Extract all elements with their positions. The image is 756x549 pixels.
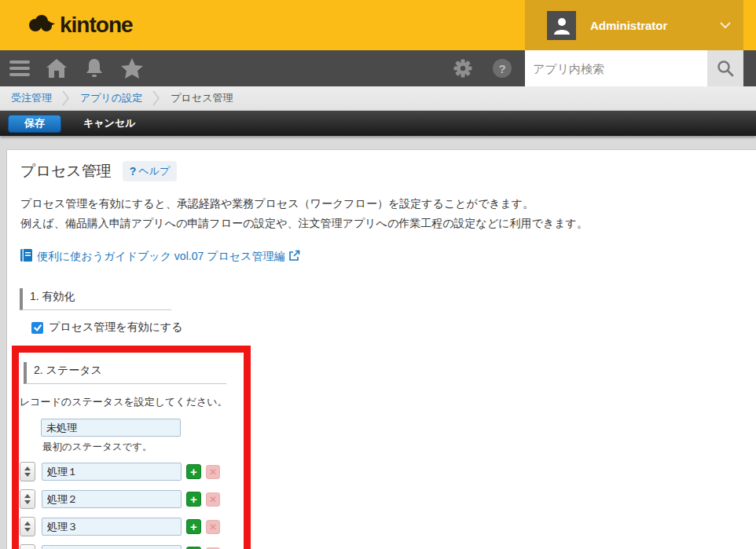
status-input-3[interactable] bbox=[42, 518, 182, 536]
arrow-up-icon bbox=[24, 522, 31, 525]
status-section-highlighted: 2. ステータス レコードのステータスを設定してください。 最初のステータスです… bbox=[12, 346, 251, 549]
section-2-heading: 2. ステータス bbox=[24, 362, 226, 384]
status-row: + ✕ bbox=[20, 462, 237, 481]
status-instruction: レコードのステータスを設定してください。 bbox=[20, 395, 237, 409]
reorder-handle[interactable] bbox=[20, 462, 35, 481]
user-avatar bbox=[547, 11, 576, 40]
home-icon bbox=[46, 59, 67, 78]
status-input-2[interactable] bbox=[42, 490, 182, 508]
book-icon bbox=[20, 249, 32, 265]
breadcrumb-current: プロセス管理 bbox=[171, 91, 233, 105]
section-1-heading: 1. 有効化 bbox=[20, 288, 171, 310]
checkmark-icon bbox=[33, 323, 42, 332]
settings-card: プロセス管理 ? ヘルプ プロセス管理を有効にすると、承認経路や業務プロセス（ワ… bbox=[6, 149, 756, 549]
guidebook-link[interactable]: 便利に使おうガイドブック vol.07 プロセス管理編 bbox=[37, 250, 284, 264]
hamburger-icon bbox=[9, 60, 30, 77]
reorder-handle[interactable] bbox=[20, 489, 35, 509]
settings-button[interactable] bbox=[450, 50, 476, 86]
enable-row: プロセス管理を有効にする bbox=[31, 320, 756, 335]
search-input[interactable] bbox=[525, 50, 707, 86]
description-line-2: 例えば、備品購入申請アプリへの申請フローの設定や、注文管理アプリへの作業工程の設… bbox=[20, 214, 756, 233]
page-title: プロセス管理 bbox=[20, 161, 112, 181]
status-row: + ✕ bbox=[20, 489, 237, 509]
help-question-icon: ? bbox=[130, 165, 137, 178]
add-status-button[interactable]: + bbox=[186, 492, 201, 507]
status-row: + ✕ bbox=[20, 517, 237, 536]
magnifier-icon bbox=[716, 59, 735, 78]
remove-status-button[interactable]: ✕ bbox=[206, 492, 220, 507]
logo-text: kintone bbox=[60, 13, 133, 38]
save-button[interactable]: 保存 bbox=[8, 115, 61, 133]
description-line-1: プロセス管理を有効にすると、承認経路や業務プロセス（ワークフロー）を設定すること… bbox=[20, 194, 756, 214]
help-link[interactable]: ? ヘルプ bbox=[123, 161, 177, 181]
action-toolbar: 保存 キャンセル bbox=[0, 111, 756, 136]
user-menu[interactable]: Administrator bbox=[525, 0, 743, 50]
arrow-down-icon bbox=[24, 500, 31, 504]
breadcrumb: 受注管理 アプリの設定 プロセス管理 bbox=[0, 86, 756, 111]
arrow-up-icon bbox=[24, 494, 31, 498]
first-status-caption: 最初のステータスです。 bbox=[42, 441, 237, 454]
gear-icon bbox=[453, 59, 472, 78]
home-button[interactable] bbox=[43, 50, 70, 86]
breadcrumb-chevron-icon bbox=[152, 90, 160, 106]
add-status-button[interactable]: + bbox=[186, 519, 201, 534]
remove-status-button[interactable]: ✕ bbox=[206, 520, 220, 534]
add-status-button[interactable]: + bbox=[186, 464, 201, 479]
breadcrumb-app-settings[interactable]: アプリの設定 bbox=[80, 91, 142, 105]
remove-status-button[interactable]: ✕ bbox=[206, 465, 220, 479]
cancel-button[interactable]: キャンセル bbox=[83, 116, 136, 130]
notifications-button[interactable] bbox=[81, 50, 108, 86]
arrow-down-icon bbox=[24, 473, 31, 477]
star-icon bbox=[121, 58, 143, 79]
status-input-4[interactable] bbox=[42, 545, 182, 549]
search-button[interactable] bbox=[707, 50, 743, 86]
kintone-logo[interactable]: kintone bbox=[27, 12, 133, 38]
status-input-first[interactable] bbox=[41, 419, 181, 437]
chevron-down-icon bbox=[720, 18, 731, 32]
bell-icon bbox=[85, 58, 104, 79]
question-circle-icon: ? bbox=[493, 59, 512, 78]
status-row: + ✕ bbox=[20, 544, 237, 549]
menu-button[interactable] bbox=[6, 50, 33, 86]
help-link-label: ヘルプ bbox=[138, 164, 170, 178]
arrow-up-icon bbox=[24, 467, 31, 470]
app-header: kintone Administrator bbox=[0, 0, 756, 50]
kintone-cloud-icon bbox=[27, 12, 55, 38]
breadcrumb-app[interactable]: 受注管理 bbox=[11, 91, 52, 105]
guidebook-row: 便利に使おうガイドブック vol.07 プロセス管理編 bbox=[20, 249, 756, 265]
reorder-handle[interactable] bbox=[20, 517, 35, 536]
breadcrumb-chevron-icon bbox=[62, 90, 70, 106]
app-search bbox=[525, 50, 743, 86]
help-button[interactable]: ? bbox=[489, 50, 516, 86]
user-name: Administrator bbox=[590, 19, 667, 32]
status-input-1[interactable] bbox=[42, 463, 182, 481]
description: プロセス管理を有効にすると、承認経路や業務プロセス（ワークフロー）を設定すること… bbox=[20, 194, 756, 233]
external-link-icon bbox=[289, 250, 300, 264]
arrow-down-icon bbox=[24, 528, 31, 532]
reorder-handle[interactable] bbox=[20, 544, 35, 549]
enable-checkbox-label: プロセス管理を有効にする bbox=[49, 320, 183, 335]
global-navbar: ? bbox=[0, 50, 756, 86]
person-icon bbox=[552, 15, 572, 35]
enable-checkbox[interactable] bbox=[31, 322, 43, 334]
favorites-button[interactable] bbox=[118, 50, 146, 86]
